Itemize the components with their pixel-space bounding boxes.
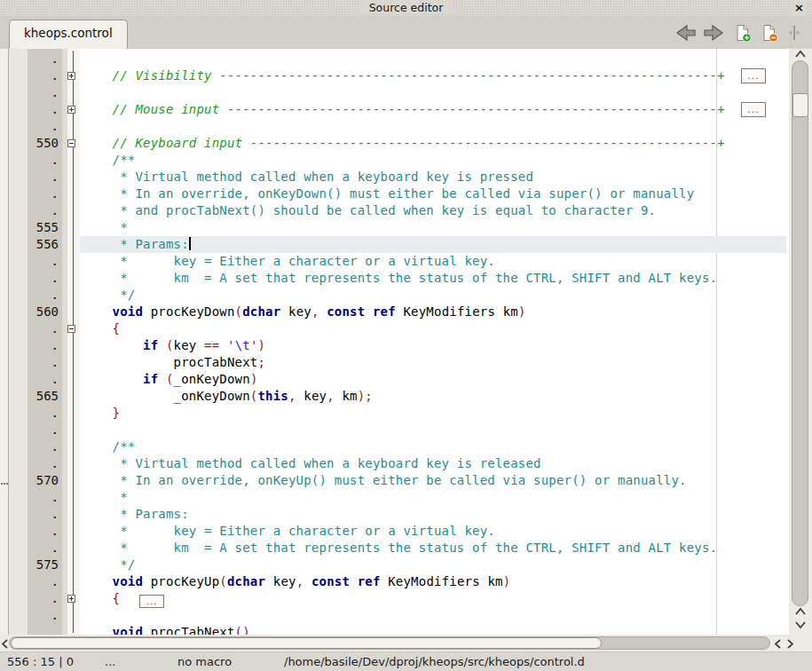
code-line[interactable]: . if (key == '\t') [0,337,786,354]
close-document-button[interactable] [758,21,781,44]
line-dot: . [0,624,62,635]
code-line[interactable]: . [0,607,786,624]
collapsed-fold-box[interactable]: ... [741,68,766,83]
code-line[interactable]: . * Params: [0,506,786,523]
scroll-down-icon[interactable] [794,620,807,629]
code-line[interactable]: 550 // Keyboard input ------------------… [0,135,786,152]
code-line[interactable]: . * km = A set that represents the statu… [0,270,786,287]
code-line[interactable]: . if (_onKeyDown) [0,371,786,388]
code-line[interactable]: . /** [0,152,786,169]
code-text: * Params: [80,506,786,523]
line-dot: . [0,354,62,371]
fold-margin-cell[interactable] [62,595,80,603]
code-lines: .. // Visibility -----------------------… [0,51,786,635]
code-line[interactable]: . [0,51,786,67]
line-dot: . [0,202,62,219]
code-line[interactable]: . * key = Either a character or a virtua… [0,253,786,270]
scroll-right-icon[interactable] [786,638,795,650]
line-dot: . [0,371,62,388]
fold-expand-icon[interactable] [67,595,75,603]
code-line[interactable]: . * In an override, onKeyDown() must eit… [0,186,786,202]
code-editor[interactable]: .. // Visibility -----------------------… [0,49,812,635]
window-titlebar: Source editor × [0,0,812,16]
line-number: 565 [0,388,62,405]
code-text: void procTabNext() [80,624,786,635]
fold-margin-cell[interactable] [62,139,80,147]
code-text: if (_onKeyDown) [80,371,786,388]
close-icon[interactable]: × [792,0,807,15]
line-dot: . [0,438,62,455]
code-line[interactable]: 556 * Params: [0,236,786,253]
code-text: * key = Either a character or a virtual … [80,523,786,540]
code-line[interactable]: . [0,84,786,101]
code-line[interactable]: . } [0,405,786,422]
vertical-scrollbar[interactable] [789,49,812,635]
code-line[interactable]: . void procKeyUp(dchar key, const ref Ke… [0,573,786,590]
code-text: */ [80,287,786,304]
tab-kheops-control[interactable]: kheops.control [9,20,128,49]
line-dot: . [0,573,62,590]
code-line[interactable]: . * Virtual method called when a keyboar… [0,169,786,186]
code-line[interactable]: 565 _onKeyDown(this, key, km); [0,388,786,405]
new-document-icon [735,24,752,43]
fold-collapse-icon[interactable] [67,325,75,333]
fold-margin-cell[interactable] [62,72,80,80]
code-text: void procKeyDown(dchar key, const ref Ke… [80,304,786,320]
code-line[interactable]: 575 */ [0,557,786,573]
line-number: 575 [0,557,62,573]
code-line[interactable]: . /** [0,438,786,455]
fold-margin-cell[interactable] [62,106,80,114]
line-dot: . [0,540,62,557]
new-document-button[interactable] [731,21,754,44]
code-line[interactable]: 560 void procKeyDown(dchar key, const re… [0,304,786,320]
split-view-button[interactable] [783,21,806,44]
line-dot: . [0,101,62,118]
go-back-button[interactable] [674,21,698,44]
line-dot: . [0,607,62,624]
code-line[interactable]: . * [0,489,786,506]
line-dot: . [0,253,62,270]
code-text: * key = Either a character or a virtual … [80,253,786,270]
line-dot: . [0,422,62,438]
horizontal-scroll-thumb[interactable] [11,637,602,649]
collapsed-fold-box[interactable]: ... [139,595,164,608]
vertical-scroll-thumb[interactable] [792,93,808,117]
code-line[interactable]: . // Mouse input -----------------------… [0,101,786,118]
code-line[interactable]: . * key = Either a character or a virtua… [0,523,786,540]
scroll-left-secondary-icon[interactable] [773,638,782,650]
code-line[interactable]: . * Virtual method called when a keyboar… [0,455,786,472]
code-text: */ [80,557,786,573]
code-line[interactable]: 555 * [0,219,786,236]
code-text: * [80,219,786,236]
fold-margin-cell[interactable] [62,325,80,333]
vertical-scroll-track[interactable] [792,60,808,606]
code-line[interactable]: . procTabNext; [0,354,786,371]
go-forward-button[interactable] [702,21,725,44]
code-line[interactable]: . */ [0,287,786,304]
line-number: 570 [0,472,62,489]
scroll-up-icon[interactable] [794,50,807,59]
scroll-up-secondary-icon[interactable] [794,607,807,617]
code-line[interactable]: . void procTabNext() [0,624,786,635]
fold-expand-icon[interactable] [67,72,75,80]
horizontal-scrollbar[interactable] [0,635,812,651]
line-dot: . [0,270,62,287]
fold-collapse-icon[interactable] [67,139,75,147]
code-line[interactable]: 570 * In an override, onKeyUp() must eit… [0,472,786,489]
code-line[interactable]: . {... [0,590,786,607]
code-line[interactable]: . * and procTabNext() should be called w… [0,202,786,219]
scroll-left-icon[interactable] [0,638,9,650]
code-line[interactable]: . [0,118,786,135]
code-text: _onKeyDown(this, key, km); [80,388,786,405]
line-dot: . [0,489,62,506]
code-text: { [80,320,786,337]
code-line[interactable]: . { [0,320,786,337]
line-number: 556 [0,236,62,253]
line-dot: . [0,67,62,84]
status-dots: ... [105,655,115,668]
code-line[interactable]: . [0,422,786,438]
code-line[interactable]: . // Visibility ------------------------… [0,67,786,84]
code-line[interactable]: . * km = A set that represents the statu… [0,540,786,557]
collapsed-fold-box[interactable]: ... [741,102,766,117]
fold-expand-icon[interactable] [67,106,75,114]
